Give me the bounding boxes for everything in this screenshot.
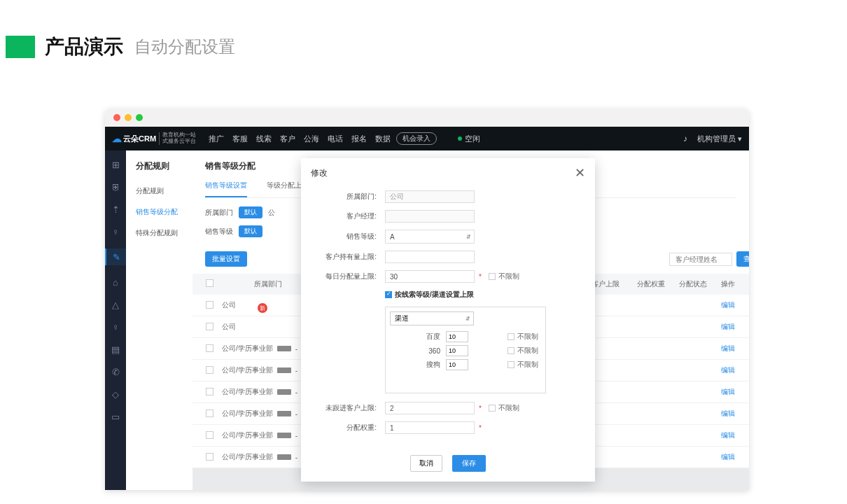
page-title: 产品演示	[45, 34, 123, 60]
th-status: 分配状态	[672, 279, 714, 289]
status-text: 空闲	[465, 134, 480, 144]
logo: ☁ 云朵CRM 教育机构一站式服务云平台	[112, 132, 196, 145]
sidebar-settings-icon[interactable]: ✎	[105, 248, 126, 265]
nav-items: 推广 客服 线索 客户 公海 电话 报名 数据	[209, 134, 391, 144]
channel-unlimited-check[interactable]: 不限制	[507, 360, 538, 370]
left-item-sales-level[interactable]: 销售等级分配	[126, 202, 192, 223]
sidebar-doc-icon[interactable]: ▤	[110, 344, 121, 355]
daily-limit-input[interactable]	[385, 270, 475, 283]
filter-dept-chip[interactable]: 默认	[239, 206, 262, 218]
search-button[interactable]: 查询	[736, 251, 749, 267]
row-checkbox[interactable]	[200, 453, 219, 462]
opportunity-entry-button[interactable]: 机会录入	[396, 132, 437, 145]
modal-header: 修改 ✕	[301, 158, 595, 188]
edit-link[interactable]: 编辑	[714, 300, 742, 310]
edit-link[interactable]: 编辑	[714, 387, 742, 397]
bell-icon[interactable]: ♪	[683, 134, 687, 144]
nav-data[interactable]: 数据	[375, 134, 391, 144]
sidebar-phone-icon[interactable]: ✆	[110, 366, 121, 377]
nav-customer[interactable]: 客户	[280, 134, 295, 144]
edit-link[interactable]: 编辑	[714, 322, 742, 332]
row-checkbox[interactable]	[200, 410, 219, 419]
save-button[interactable]: 保存	[452, 455, 486, 472]
page-header: 产品演示 自动分配设置	[0, 0, 847, 60]
hold-limit-input[interactable]	[385, 251, 475, 263]
modal-title: 修改	[311, 167, 328, 179]
left-item-rules[interactable]: 分配规则	[126, 181, 192, 202]
nav-signup[interactable]: 报名	[351, 134, 367, 144]
sidebar-shield-icon[interactable]: ⛨	[110, 181, 121, 192]
weight-label: 分配权重:	[318, 423, 385, 433]
row-checkbox[interactable]	[200, 301, 219, 310]
channel-type-select[interactable]: 渠道 ⇵	[390, 312, 474, 326]
sidebar-warn-icon[interactable]: △	[110, 299, 121, 310]
unfollow-label: 未跟进客户上限:	[318, 403, 385, 413]
hold-limit-label: 客户持有量上限:	[318, 252, 385, 262]
status-indicator: 空闲	[458, 134, 480, 144]
batch-settings-button[interactable]: 批量设置	[205, 251, 247, 267]
close-dot-icon[interactable]	[113, 114, 120, 121]
channel-unlimited-check[interactable]: 不限制	[507, 346, 538, 356]
nav-service[interactable]: 客服	[232, 134, 248, 144]
cancel-button[interactable]: 取消	[410, 455, 442, 472]
nav-leads[interactable]: 线索	[256, 134, 272, 144]
row-checkbox[interactable]	[200, 344, 219, 354]
channel-row: 百度不限制	[386, 330, 545, 344]
filter-level-chip[interactable]: 默认	[239, 225, 262, 237]
minimize-dot-icon[interactable]	[125, 114, 132, 121]
left-panel-title: 分配规则	[126, 160, 192, 181]
daily-limit-label: 每日分配量上限:	[318, 272, 385, 281]
unfollow-unlimited-check[interactable]: 不限制	[489, 403, 519, 413]
nav-pool[interactable]: 公海	[304, 134, 319, 144]
tab-level-settings[interactable]: 销售等级设置	[205, 181, 247, 197]
row-checkbox[interactable]	[200, 366, 219, 375]
level-label: 销售等级:	[318, 232, 385, 241]
dept-label: 所属部门:	[318, 192, 385, 202]
edit-link[interactable]: 编辑	[714, 409, 742, 419]
row-checkbox[interactable]	[200, 431, 219, 440]
sidebar-dashboard-icon[interactable]: ⊞	[110, 159, 121, 170]
manager-label: 客户经理:	[318, 211, 385, 221]
sidebar-chart-icon[interactable]: ⇡	[110, 204, 121, 215]
sidebar-card-icon[interactable]: ▭	[110, 411, 121, 422]
channel-name: 百度	[414, 332, 440, 342]
left-item-special[interactable]: 特殊分配规则	[126, 223, 192, 244]
edit-link[interactable]: 编辑	[714, 452, 742, 462]
channel-row: 360不限制	[386, 344, 545, 358]
nav-promo[interactable]: 推广	[209, 134, 224, 144]
search-input[interactable]	[669, 253, 732, 266]
edit-modal: 修改 ✕ 所属部门: 客户经理: 销售等级: A ⇵ 客户持有量上限: 每日分	[301, 158, 595, 482]
sidebar-user-icon[interactable]: ♀	[110, 226, 121, 237]
channel-unlimited-check[interactable]: 不限制	[507, 332, 538, 342]
maximize-dot-icon[interactable]	[136, 114, 143, 121]
unfollow-input[interactable]	[385, 402, 475, 414]
channel-limit-input[interactable]	[446, 345, 468, 356]
channel-limit-input[interactable]	[446, 331, 468, 342]
edit-link[interactable]: 编辑	[714, 430, 742, 440]
sidebar-tag-icon[interactable]: ◇	[110, 388, 121, 400]
daily-unlimited-check[interactable]: 不限制	[489, 272, 519, 281]
user-menu[interactable]: 机构管理员 ▾	[697, 134, 742, 144]
sidebar-home-icon[interactable]: ⌂	[110, 276, 121, 288]
manager-input[interactable]	[385, 210, 475, 223]
dept-input[interactable]	[385, 190, 475, 203]
nav-right: ♪ 机构管理员 ▾	[683, 134, 742, 144]
notification-badge[interactable]: 新	[258, 303, 267, 313]
required-mark: *	[479, 405, 482, 412]
filter-level-label: 销售等级	[205, 227, 233, 237]
close-icon[interactable]: ✕	[575, 165, 585, 181]
sidebar-person-icon[interactable]: ♀	[110, 321, 121, 332]
row-checkbox[interactable]	[200, 323, 219, 332]
level-select[interactable]: A ⇵	[385, 230, 475, 244]
th-checkbox[interactable]	[200, 279, 219, 289]
row-checkbox[interactable]	[200, 388, 219, 397]
channel-limit-input[interactable]	[446, 359, 468, 370]
required-mark: *	[479, 424, 482, 432]
channel-row: 搜狗不限制	[386, 358, 545, 372]
modal-footer: 取消 保存	[301, 451, 595, 482]
channel-limit-check[interactable]: 按线索等级/渠道设置上限	[385, 290, 474, 300]
edit-link[interactable]: 编辑	[714, 344, 742, 354]
nav-phone[interactable]: 电话	[328, 134, 343, 144]
edit-link[interactable]: 编辑	[714, 365, 742, 375]
weight-input[interactable]	[385, 421, 475, 434]
